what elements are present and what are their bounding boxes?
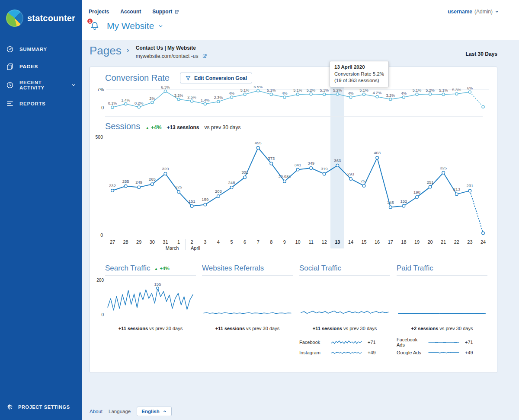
- websites-referrals-title: Websites Referrals: [202, 264, 264, 273]
- svg-text:4: 4: [217, 239, 220, 245]
- svg-text:5.1%: 5.1%: [320, 88, 329, 92]
- site-selector[interactable]: My Website: [107, 21, 163, 31]
- svg-text:3: 3: [204, 239, 206, 245]
- conversion-rate-chart[interactable]: 0.1%1.4%0.2%2%6.3%3.2%2.5%1.4%2.3%4%5.1%…: [106, 86, 489, 111]
- top-nav-support[interactable]: Support: [152, 9, 179, 15]
- report-lines-icon: [6, 100, 14, 108]
- svg-text:6.3%: 6.3%: [161, 86, 170, 89]
- svg-text:April: April: [191, 245, 200, 251]
- source-label: Facebook: [299, 340, 329, 345]
- svg-text:5.1%: 5.1%: [267, 88, 276, 92]
- svg-text:4%: 4%: [229, 91, 234, 95]
- page-footer: About Language English: [90, 407, 172, 416]
- svg-text:23: 23: [467, 239, 472, 245]
- chevron-down-icon: [495, 10, 499, 14]
- notification-bell[interactable]: 1: [90, 20, 100, 32]
- sidebar-item-project-settings[interactable]: PROJECT SETTINGS: [0, 399, 82, 415]
- paid-source-row: Google Ads +49: [397, 347, 487, 358]
- sessions-y-min: 0: [90, 232, 103, 238]
- svg-text:14: 14: [348, 239, 353, 245]
- svg-text:232: 232: [109, 183, 116, 188]
- svg-text:145: 145: [387, 200, 394, 205]
- svg-text:203: 203: [215, 189, 222, 194]
- statcounter-app: statcounter SUMMARY PAGES RECENT ACTIVIT…: [0, 0, 519, 420]
- site-name: My Website: [107, 21, 154, 31]
- sidebar-item-label: PAGES: [19, 64, 38, 69]
- statcounter-logo[interactable]: statcounter: [0, 0, 82, 27]
- svg-text:319: 319: [321, 166, 328, 171]
- user-menu[interactable]: username (Admin): [448, 9, 499, 15]
- sidebar-item-reports[interactable]: REPORTS: [0, 95, 82, 112]
- external-link-icon: [174, 10, 179, 14]
- svg-text:20: 20: [427, 239, 432, 245]
- language-select[interactable]: English: [137, 407, 172, 416]
- sessions-note: vs prev 30 days: [205, 124, 241, 130]
- svg-text:5.1%: 5.1%: [293, 88, 302, 92]
- tooltip-conversion: Conversion Rate 5.2%: [334, 71, 384, 77]
- page-title[interactable]: Pages: [90, 44, 122, 57]
- notification-badge: 1: [86, 18, 93, 25]
- edit-conversion-goal-button[interactable]: Edit Conversion Goal: [180, 73, 252, 83]
- svg-text:251: 251: [427, 180, 434, 185]
- svg-text:8: 8: [270, 239, 272, 245]
- svg-text:29: 29: [136, 239, 141, 245]
- svg-text:225: 225: [175, 185, 182, 189]
- svg-text:4%: 4%: [348, 91, 353, 95]
- svg-text:13: 13: [335, 239, 340, 245]
- svg-text:6: 6: [243, 239, 246, 245]
- svg-text:257: 257: [361, 178, 368, 183]
- sessions-chart[interactable]: 2322552492653202251511592032483014553732…: [106, 136, 489, 252]
- pages-icon: [6, 63, 14, 70]
- sidebar-item-summary[interactable]: SUMMARY: [0, 41, 82, 58]
- sidebar-item-recent-activity[interactable]: RECENT ACTIVITY: [0, 75, 82, 95]
- svg-text:293: 293: [347, 172, 354, 176]
- social-traffic-chart: [299, 278, 390, 318]
- main-area: Projects Account Support username (Admin…: [82, 0, 519, 420]
- svg-text:213: 213: [453, 187, 460, 191]
- paid-source-row: Facebook Ads +71: [397, 337, 487, 347]
- about-link[interactable]: About: [90, 409, 103, 414]
- tooltip-sessions: (19 of 363 sessions): [334, 77, 384, 84]
- svg-text:4%: 4%: [401, 91, 407, 95]
- chevron-down-icon: [71, 83, 76, 87]
- section-divider: [105, 116, 483, 117]
- top-nav-account[interactable]: Account: [120, 9, 141, 15]
- svg-text:16: 16: [375, 239, 380, 245]
- svg-text:325: 325: [440, 165, 447, 170]
- up-triangle-icon: ▲: [154, 267, 158, 271]
- project-settings-label: PROJECT SETTINGS: [18, 404, 70, 410]
- source-value: +71: [465, 340, 473, 345]
- svg-text:0.2%: 0.2%: [135, 101, 144, 105]
- svg-text:2.5%: 2.5%: [187, 95, 196, 99]
- svg-text:10: 10: [295, 239, 300, 245]
- language-label: Language: [109, 409, 131, 414]
- source-value: +49: [465, 350, 473, 355]
- sidebar-nav: SUMMARY PAGES RECENT ACTIVITY: [0, 41, 82, 112]
- svg-text:159: 159: [202, 197, 208, 202]
- websites-referrals-note: +11 sessions vs prev 30 days: [202, 326, 293, 331]
- svg-text:1.4%: 1.4%: [201, 98, 210, 102]
- top-nav-projects[interactable]: Projects: [89, 9, 109, 15]
- social-traffic-section: Social Traffic +11 sessions vs prev 30 d…: [299, 261, 390, 358]
- svg-text:155: 155: [154, 282, 161, 286]
- svg-text:248: 248: [228, 180, 235, 185]
- sidebar-item-pages[interactable]: PAGES: [0, 58, 82, 75]
- user-role: (Admin): [474, 9, 493, 15]
- svg-text:5: 5: [230, 239, 233, 245]
- open-page-external-icon[interactable]: [202, 54, 207, 59]
- svg-text:403: 403: [374, 150, 381, 155]
- instagram-sparkline: [330, 349, 362, 356]
- svg-text:19: 19: [414, 239, 420, 245]
- svg-text:27: 27: [110, 239, 115, 245]
- sidebar-item-label: REPORTS: [19, 101, 46, 106]
- svg-text:3.2%: 3.2%: [386, 93, 395, 98]
- date-range-label[interactable]: Last 30 Days: [466, 51, 497, 57]
- sidebar-item-label: RECENT ACTIVITY: [19, 80, 60, 90]
- svg-text:5.1%: 5.1%: [439, 88, 448, 92]
- source-label: Google Ads: [397, 350, 426, 355]
- svg-text:3.2%: 3.2%: [174, 93, 183, 98]
- source-value: +71: [368, 340, 376, 345]
- facebook-sparkline: [330, 339, 362, 346]
- svg-text:231: 231: [466, 183, 473, 188]
- svg-text:4.2%: 4.2%: [373, 91, 382, 95]
